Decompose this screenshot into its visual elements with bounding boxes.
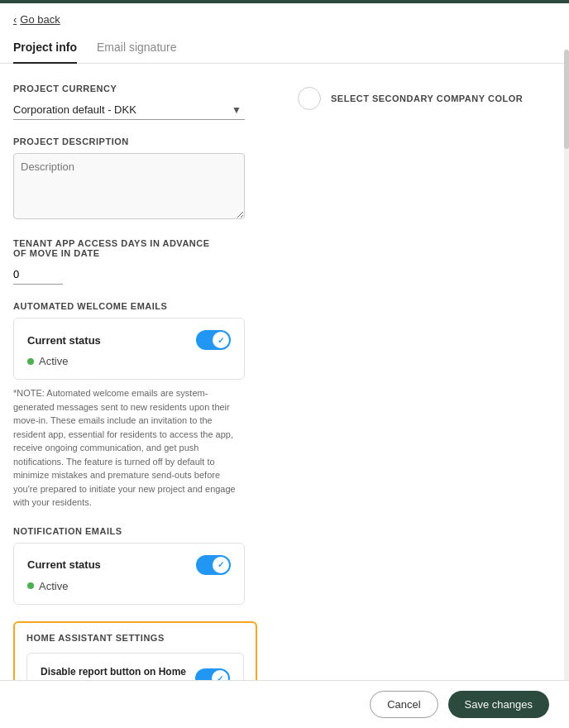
- check-icon: ✓: [218, 336, 224, 345]
- project-description-textarea-wrapper: [13, 153, 271, 222]
- project-description-section: PROJECT DESCRIPTION: [13, 136, 271, 222]
- automated-welcome-card-header: Current status ✓: [27, 330, 231, 350]
- automated-welcome-emails-card: Current status ✓ Active: [13, 318, 245, 380]
- notification-emails-toggle[interactable]: ✓: [196, 555, 231, 575]
- tenant-app-access-label: TENANT APP ACCESS DAYS IN ADVANCE OF MOV…: [13, 238, 271, 258]
- notification-emails-toggle-thumb: ✓: [213, 557, 229, 573]
- tenant-app-access-section: TENANT APP ACCESS DAYS IN ADVANCE OF MOV…: [13, 238, 271, 285]
- project-currency-label: PROJECT CURRENCY: [13, 84, 271, 93]
- tenant-app-access-input-wrapper: [13, 265, 271, 285]
- chevron-left-icon: ‹: [13, 13, 17, 26]
- notification-emails-status: Active: [27, 580, 231, 592]
- automated-welcome-note: *NOTE: Automated welcome emails are syst…: [13, 386, 245, 510]
- automated-welcome-toggle[interactable]: ✓: [196, 330, 231, 350]
- go-back-label: Go back: [20, 13, 60, 26]
- save-changes-button[interactable]: Save changes: [448, 691, 549, 718]
- project-description-textarea[interactable]: [13, 153, 245, 219]
- automated-welcome-status: Active: [27, 355, 231, 367]
- home-assistant-settings-label: HOME ASSISTANT SETTINGS: [26, 633, 244, 643]
- secondary-color-label: SELECT SECONDARY COMPANY COLOR: [331, 93, 523, 103]
- automated-welcome-emails-label: AUTOMATED WELCOME EMAILS: [13, 301, 271, 311]
- notification-emails-card: Current status ✓ Active: [13, 543, 245, 605]
- automated-welcome-status-label: Active: [39, 355, 68, 367]
- main-content: PROJECT CURRENCY Corporation default - D…: [0, 64, 569, 728]
- project-currency-select[interactable]: Corporation default - DKK: [13, 100, 245, 120]
- automated-welcome-emails-section: AUTOMATED WELCOME EMAILS Current status …: [13, 301, 271, 510]
- cancel-button[interactable]: Cancel: [370, 691, 438, 718]
- tab-project-info[interactable]: Project info: [13, 32, 77, 64]
- project-currency-section: PROJECT CURRENCY Corporation default - D…: [13, 84, 271, 120]
- go-back-link[interactable]: ‹ Go back: [0, 3, 569, 32]
- footer-actions: Cancel Save changes: [0, 680, 569, 728]
- project-description-label: PROJECT DESCRIPTION: [13, 136, 271, 146]
- project-currency-select-wrapper: Corporation default - DKK ▼: [13, 100, 245, 120]
- scrollbar-thumb[interactable]: [564, 50, 569, 149]
- notification-emails-card-header: Current status ✓: [27, 555, 231, 575]
- left-column: PROJECT CURRENCY Corporation default - D…: [13, 84, 271, 728]
- tab-bar: Project info Email signature: [0, 32, 569, 64]
- notification-emails-label: NOTIFICATION EMAILS: [13, 526, 271, 536]
- secondary-color-picker-area: SELECT SECONDARY COMPANY COLOR: [298, 87, 556, 110]
- notification-emails-toggle-track: ✓: [196, 555, 231, 575]
- color-circle[interactable]: [298, 87, 321, 110]
- notification-emails-status-label: Active: [39, 580, 68, 592]
- notification-emails-card-title: Current status: [27, 558, 101, 571]
- scrollbar-track[interactable]: [564, 50, 569, 728]
- notification-emails-section: NOTIFICATION EMAILS Current status ✓: [13, 526, 271, 605]
- tab-email-signature[interactable]: Email signature: [97, 32, 177, 64]
- check-icon: ✓: [218, 560, 224, 569]
- automated-welcome-toggle-thumb: ✓: [213, 332, 229, 348]
- tenant-app-access-input[interactable]: [13, 265, 63, 285]
- right-column: SELECT SECONDARY COMPANY COLOR: [298, 84, 556, 728]
- automated-welcome-status-dot: [27, 358, 34, 365]
- automated-welcome-card-title: Current status: [27, 334, 101, 347]
- automated-welcome-toggle-track: ✓: [196, 330, 231, 350]
- notification-emails-status-dot: [27, 582, 34, 589]
